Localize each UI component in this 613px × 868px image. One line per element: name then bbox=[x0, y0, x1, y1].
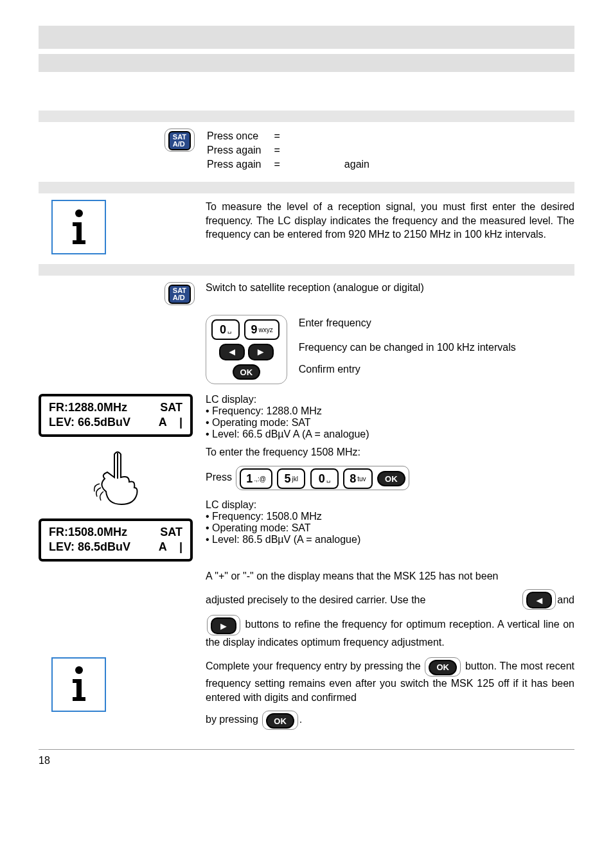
lc2-heading: LC display: bbox=[206, 499, 574, 511]
press-example-row: Press 1.,:@ 5jkl 0␣ 8tuv OK bbox=[206, 466, 574, 490]
eq3: = bbox=[274, 158, 292, 171]
press-once-label: Press once bbox=[207, 130, 273, 143]
press-mode-table: Press once = Press again = Press again =… bbox=[206, 128, 382, 172]
plusminus-line3: ► buttons to refine the frequency for op… bbox=[206, 615, 574, 650]
lc-display-2: FR:1508.0MHzSAT LEV: 86.5dBuVA | bbox=[39, 518, 193, 562]
subheading-bar-2 bbox=[39, 182, 574, 193]
key-0[interactable]: 0␣ bbox=[211, 319, 240, 340]
ok-key[interactable]: OK bbox=[233, 364, 261, 380]
press-again2-label: Press again bbox=[207, 158, 273, 171]
lc1-bullets: Frequency: 1288.0 MHz Operating mode: SA… bbox=[206, 405, 574, 440]
confirm-label: Confirm entry bbox=[299, 364, 516, 375]
key-wrap: SATA/D bbox=[164, 128, 195, 152]
lc2-bullets: Frequency: 1508.0 MHz Operating mode: SA… bbox=[206, 511, 574, 545]
info-icon-2 bbox=[51, 657, 106, 712]
ok-key-4[interactable]: OK bbox=[266, 713, 294, 729]
arrow-left-key[interactable]: ◄ bbox=[219, 344, 245, 360]
freq-change-label: Frequency can be changed in 100 kHz inte… bbox=[299, 342, 516, 353]
key-5[interactable]: 5jkl bbox=[277, 468, 305, 489]
complete-text-2: by pressing OK. bbox=[206, 711, 574, 730]
enter-freq-label: Enter frequency bbox=[299, 317, 516, 329]
sat-ad-key[interactable]: SATA/D bbox=[168, 131, 191, 150]
plusminus-line2: adjusted precisely to the desired carrie… bbox=[206, 589, 574, 610]
lc1-heading: LC display: bbox=[206, 394, 574, 405]
subheading-bar-1 bbox=[39, 111, 574, 122]
eq2: = bbox=[274, 144, 292, 157]
section-subtitle-bar bbox=[39, 54, 574, 72]
key-8[interactable]: 8tuv bbox=[343, 468, 372, 489]
info-text: To measure the level of a reception sign… bbox=[206, 200, 574, 242]
ok-key-2[interactable]: OK bbox=[377, 471, 405, 486]
eq1: = bbox=[274, 130, 292, 143]
switch-text: Switch to satellite reception (analogue … bbox=[206, 282, 574, 294]
keypad-block: 0␣ 9wxyz ◄ ► OK bbox=[206, 315, 287, 384]
press-once-value bbox=[293, 130, 381, 143]
key-0b[interactable]: 0␣ bbox=[310, 468, 339, 489]
key-1[interactable]: 1.,:@ bbox=[240, 468, 272, 489]
lc-display-1: FR:1288.0MHzSAT LEV: 66.5dBuVA | bbox=[39, 394, 193, 437]
press-again-label: Press again bbox=[207, 144, 273, 157]
key-wrap-2: SATA/D bbox=[164, 282, 195, 305]
press-again-value bbox=[293, 144, 381, 157]
svg-point-0 bbox=[75, 209, 83, 217]
ok-key-3[interactable]: OK bbox=[429, 660, 457, 675]
press-again2-value: again bbox=[293, 158, 381, 171]
section-title-bar bbox=[39, 26, 574, 49]
page-number: 18 bbox=[39, 749, 574, 766]
hand-pointing-icon bbox=[92, 447, 143, 513]
plusminus-line1: A "+" or "-" on the display means that t… bbox=[206, 569, 574, 583]
sat-ad-key-2[interactable]: SATA/D bbox=[168, 285, 191, 304]
complete-text: Complete your frequency entry by pressin… bbox=[206, 657, 574, 704]
enter-example-text: To enter the frequency 1508 MHz: bbox=[206, 447, 574, 458]
arrow-left-key-2[interactable]: ◄ bbox=[526, 592, 552, 608]
arrow-right-key-2[interactable]: ► bbox=[211, 617, 236, 634]
info-icon bbox=[51, 200, 106, 254]
svg-point-1 bbox=[75, 666, 83, 674]
subheading-bar-3 bbox=[39, 264, 574, 276]
arrow-right-key[interactable]: ► bbox=[248, 344, 274, 360]
key-9[interactable]: 9wxyz bbox=[244, 319, 279, 340]
